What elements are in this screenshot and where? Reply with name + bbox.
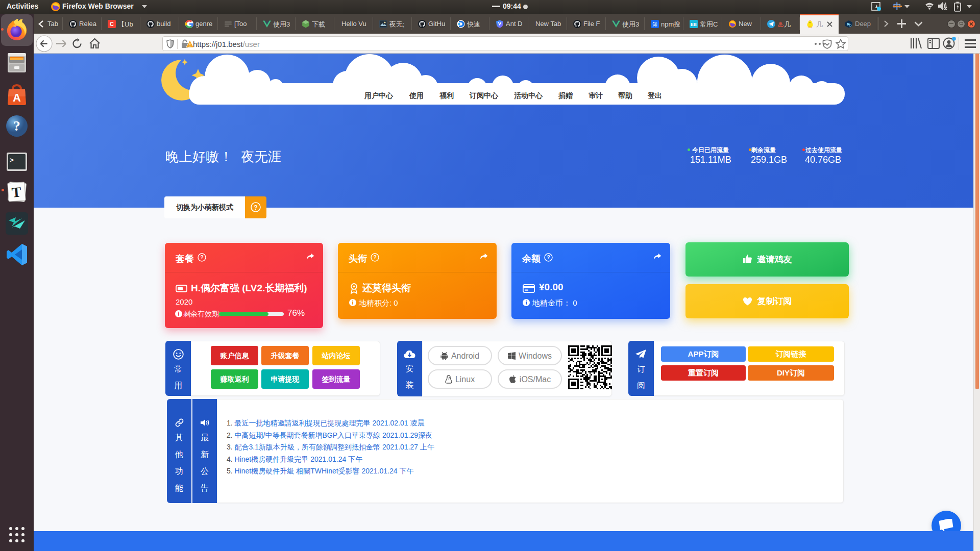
svg-text:?: ? bbox=[254, 204, 257, 211]
svg-text:>_: >_ bbox=[10, 157, 18, 164]
svg-text:?: ? bbox=[200, 255, 203, 260]
svg-text:C: C bbox=[110, 21, 114, 27]
svg-text:知: 知 bbox=[652, 21, 657, 27]
svg-text:A: A bbox=[13, 91, 21, 104]
svg-text:T: T bbox=[11, 184, 22, 200]
svg-text:?: ? bbox=[547, 255, 550, 260]
svg-text:EB: EB bbox=[691, 22, 697, 27]
svg-text:?: ? bbox=[373, 255, 376, 260]
svg-text:?: ? bbox=[13, 118, 20, 134]
